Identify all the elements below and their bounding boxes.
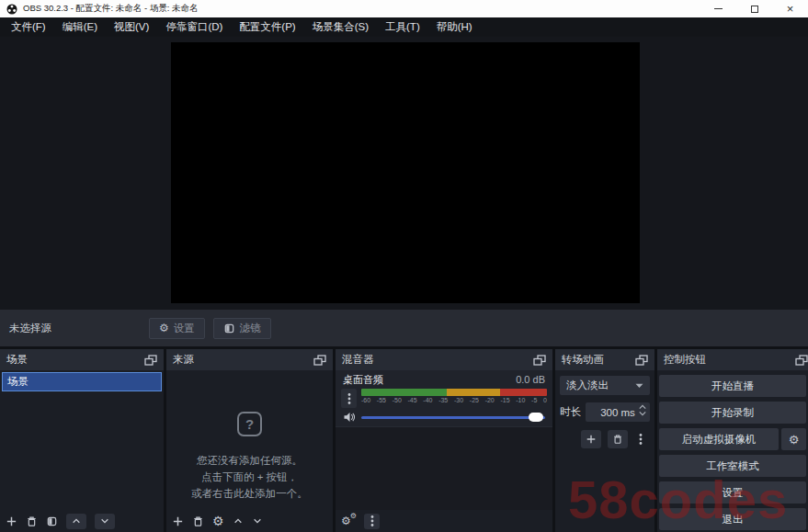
meter-yellow-zone xyxy=(447,389,501,396)
add-transition-button[interactable] xyxy=(581,430,601,448)
duration-value: 300 ms xyxy=(600,407,635,418)
settings-button[interactable]: 设置 xyxy=(659,481,806,504)
controls-dock: 控制按钮 开始直播 开始录制 启动虚拟摄像机 ⚙ 工作室模式 设置 退出 xyxy=(657,349,808,532)
minimize-button[interactable] xyxy=(700,0,736,17)
mixer-menu-button[interactable] xyxy=(364,514,380,529)
channel-menu-button[interactable] xyxy=(341,389,357,408)
trash-icon xyxy=(612,434,623,445)
meter-red-zone xyxy=(500,389,547,396)
mixer-empty-area xyxy=(336,426,552,510)
window-title: OBS 30.2.3 - 配置文件: 未命名 - 场景: 未命名 xyxy=(23,3,199,15)
sources-dock-header: 来源 xyxy=(166,349,333,370)
menu-file[interactable]: 文件(F) xyxy=(3,17,54,37)
controls-dock-title: 控制按钮 xyxy=(664,353,706,367)
transitions-dock-title: 转场动画 xyxy=(562,353,604,367)
mixer-body: 桌面音频 0.0 dB -60-55-50-45-40- xyxy=(336,370,552,510)
scenes-toolbar xyxy=(0,510,164,532)
filter-icon xyxy=(223,323,235,334)
scenes-dock-header: 场景 xyxy=(0,349,164,370)
sources-empty-line: 您还没有添加任何源。 xyxy=(166,452,333,469)
source-properties-label: 设置 xyxy=(174,322,195,335)
titlebar: OBS 30.2.3 - 配置文件: 未命名 - 场景: 未命名 × xyxy=(0,0,808,17)
start-virtual-camera-button[interactable]: 启动虚拟摄像机 xyxy=(659,428,779,450)
exit-button[interactable]: 退出 xyxy=(659,508,806,530)
source-filters-label: 滤镜 xyxy=(240,322,261,335)
start-recording-button[interactable]: 开始录制 xyxy=(659,402,806,424)
transition-selected-value: 淡入淡出 xyxy=(566,379,609,392)
source-properties-icon-button[interactable]: ⚙ xyxy=(212,515,224,527)
sources-empty-line: 或者右击此处添加一个。 xyxy=(166,485,333,502)
close-button[interactable]: × xyxy=(772,0,808,17)
audio-channel-strip: 桌面音频 0.0 dB -60-55-50-45-40- xyxy=(336,370,552,426)
virtual-camera-settings-button[interactable]: ⚙ xyxy=(781,428,806,450)
source-toolbar: 未选择源 ⚙ 设置 滤镜 xyxy=(0,310,808,346)
sources-dock-title: 来源 xyxy=(173,353,194,367)
add-source-button[interactable] xyxy=(172,515,184,527)
popout-icon xyxy=(533,355,546,366)
mute-button[interactable] xyxy=(341,410,357,424)
chevron-down-icon xyxy=(639,411,646,416)
trash-icon xyxy=(26,515,38,527)
no-source-label: 未选择源 xyxy=(9,322,51,335)
volume-slider-handle[interactable] xyxy=(529,413,543,422)
popout-icon xyxy=(313,355,326,366)
maximize-icon xyxy=(751,6,758,13)
sources-empty-state: ? 您还没有添加任何源。 点击下面的 + 按钮， 或者右击此处添加一个。 xyxy=(166,412,333,502)
move-source-up-button[interactable] xyxy=(233,516,244,526)
menu-profile[interactable]: 配置文件(P) xyxy=(231,17,303,37)
question-icon: ? xyxy=(237,412,262,436)
minimize-icon xyxy=(714,8,723,9)
remove-scene-button[interactable] xyxy=(26,515,38,527)
menu-scene-collection[interactable]: 场景集合(S) xyxy=(304,17,377,37)
preview-canvas[interactable] xyxy=(171,42,640,303)
spinner-arrows[interactable] xyxy=(639,404,646,416)
preview-area xyxy=(0,37,808,310)
advanced-audio-button[interactable]: ⚙⚙ xyxy=(341,515,356,528)
chevron-up-icon xyxy=(71,516,82,526)
scene-filters-button[interactable] xyxy=(46,515,58,527)
popout-icon xyxy=(144,355,157,366)
mixer-dock-title: 混音器 xyxy=(342,353,374,367)
start-streaming-button[interactable]: 开始直播 xyxy=(659,375,806,397)
volume-slider[interactable] xyxy=(361,412,547,423)
add-scene-button[interactable] xyxy=(6,515,17,527)
dots-vertical-icon xyxy=(639,433,643,446)
double-gear-icon: ⚙⚙ xyxy=(341,515,356,528)
chevron-up-icon xyxy=(233,516,244,526)
gear-icon: ⚙ xyxy=(159,323,169,334)
close-icon: × xyxy=(787,3,794,15)
remove-source-button[interactable] xyxy=(192,515,204,527)
chevron-down-icon xyxy=(99,516,110,526)
gear-icon: ⚙ xyxy=(789,434,800,446)
remove-transition-button[interactable] xyxy=(608,430,628,448)
menu-docks[interactable]: 停靠窗口(D) xyxy=(157,17,231,37)
move-scene-down-button[interactable] xyxy=(95,514,115,529)
duration-spinbox[interactable]: 300 ms xyxy=(586,402,650,422)
scenes-dock: 场景 场景 xyxy=(0,349,164,532)
source-filters-button[interactable]: 滤镜 xyxy=(213,318,271,339)
meter-green-zone xyxy=(361,389,447,396)
studio-mode-button[interactable]: 工作室模式 xyxy=(659,455,806,477)
dock-area: 场景 场景 xyxy=(0,346,808,532)
move-scene-up-button[interactable] xyxy=(66,514,86,529)
chevron-down-icon xyxy=(635,383,643,389)
menu-help[interactable]: 帮助(H) xyxy=(428,17,481,37)
controls-body: 开始直播 开始录制 启动虚拟摄像机 ⚙ 工作室模式 设置 退出 xyxy=(657,370,808,532)
channel-name: 桌面音频 xyxy=(343,373,383,387)
transition-properties-button[interactable] xyxy=(634,433,647,446)
menu-view[interactable]: 视图(V) xyxy=(106,17,157,37)
move-source-down-button[interactable] xyxy=(252,516,263,526)
controls-dock-header: 控制按钮 xyxy=(657,349,808,370)
scene-list-item-selected[interactable]: 场景 xyxy=(2,372,162,391)
source-list[interactable]: ? 您还没有添加任何源。 点击下面的 + 按钮， 或者右击此处添加一个。 xyxy=(166,370,333,510)
volume-slider-track xyxy=(361,416,545,419)
transition-dropdown[interactable]: 淡入淡出 xyxy=(560,376,650,395)
volume-meter xyxy=(361,389,547,396)
scene-list: 场景 xyxy=(0,370,164,510)
obs-logo-icon xyxy=(6,4,17,15)
chevron-down-icon xyxy=(252,516,263,526)
menu-tools[interactable]: 工具(T) xyxy=(377,17,428,37)
menu-edit[interactable]: 编辑(E) xyxy=(54,17,106,37)
source-properties-button[interactable]: ⚙ 设置 xyxy=(149,318,205,339)
maximize-button[interactable] xyxy=(736,0,772,17)
